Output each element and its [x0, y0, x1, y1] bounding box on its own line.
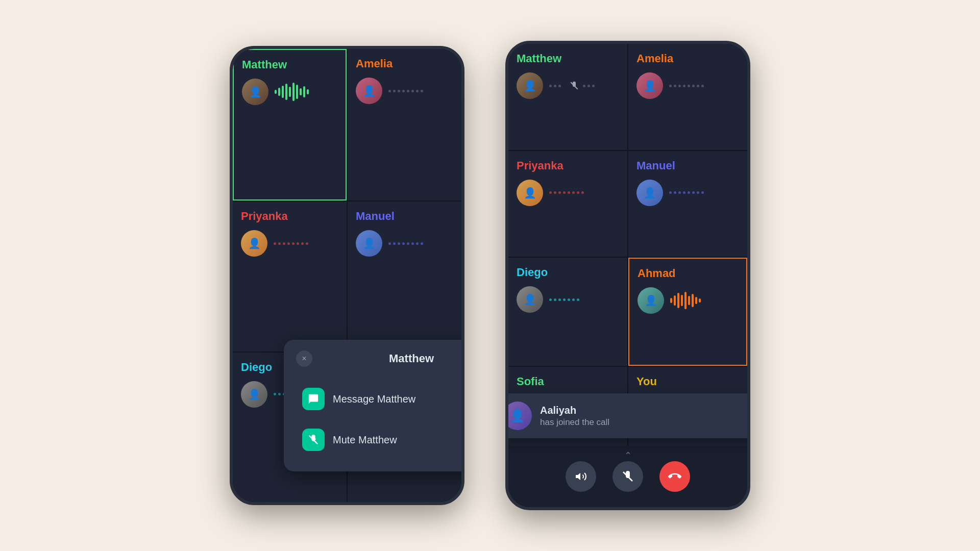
waveform-matthew [275, 83, 337, 101]
dots-matthew-right [549, 81, 619, 90]
speaker-button[interactable] [566, 461, 596, 492]
avatar-priyanka-right: 👤 [517, 180, 543, 206]
participant-priyanka-right[interactable]: Priyanka 👤 [508, 151, 627, 257]
participant-bottom-ahmad-right: 👤 [638, 287, 738, 314]
chevron-up-icon[interactable]: ⌃ [624, 450, 632, 461]
participant-bottom-amelia-right: 👤 [636, 72, 739, 99]
participant-bottom-priyanka: 👤 [241, 230, 338, 257]
mute-button[interactable] [612, 461, 643, 492]
participant-matthew-left[interactable]: Matthew 👤 [233, 49, 347, 201]
avatar-manuel-left: 👤 [356, 230, 382, 257]
message-label: Message Matthew [333, 393, 415, 405]
avatar-diego-right: 👤 [517, 286, 543, 313]
right-phone: Matthew 👤 Amelia 👤 [505, 41, 750, 510]
participant-manuel-left[interactable]: Manuel 👤 [348, 202, 461, 351]
dots-manuel-right [669, 191, 739, 194]
message-icon [302, 388, 325, 410]
participant-priyanka-left[interactable]: Priyanka 👤 [233, 202, 347, 351]
dots-amelia [388, 90, 453, 92]
context-menu-header: × Matthew [296, 352, 464, 365]
svg-marker-2 [576, 473, 580, 480]
participant-name-amelia-right: Amelia [636, 52, 739, 65]
participant-bottom-priyanka-right: 👤 [517, 180, 619, 206]
close-button[interactable]: × [296, 350, 312, 367]
participant-name-sofia-right: Sofia [517, 375, 619, 388]
avatar-diego-left: 👤 [241, 381, 267, 408]
participant-diego-right[interactable]: Diego 👤 [508, 258, 627, 366]
participant-name-priyanka-left: Priyanka [241, 210, 338, 223]
toast-avatar: 👤 [505, 402, 532, 430]
avatar-priyanka-left: 👤 [241, 230, 267, 257]
participant-name-manuel-right: Manuel [636, 159, 739, 172]
toast-text-container: Aaliyah has joined the call [540, 405, 609, 428]
participant-bottom-manuel: 👤 [356, 230, 453, 257]
participant-name-amelia-left: Amelia [356, 57, 453, 70]
dots-diego-right [549, 298, 619, 301]
dots-amelia-right [669, 85, 739, 87]
participant-name-priyanka-right: Priyanka [517, 159, 619, 172]
participant-bottom-matthew: 👤 [242, 79, 337, 105]
participant-name-matthew-left: Matthew [242, 58, 337, 71]
participant-manuel-right[interactable]: Manuel 👤 [628, 151, 747, 257]
toast-message: has joined the call [540, 417, 609, 428]
notification-toast: 👤 Aaliyah has joined the call [505, 393, 750, 438]
menu-item-mute[interactable]: Mute Matthew [296, 420, 464, 459]
dots-priyanka [274, 242, 338, 245]
toast-name: Aaliyah [540, 405, 609, 416]
left-phone: Matthew 👤 Amelia [230, 46, 464, 505]
menu-item-message[interactable]: Message Matthew [296, 380, 464, 418]
avatar-manuel-right: 👤 [636, 180, 663, 206]
context-menu: × Matthew Message Matthew Mute Matthew [284, 340, 464, 471]
participant-name-matthew-right: Matthew [517, 52, 619, 65]
participant-bottom-amelia: 👤 [356, 78, 453, 104]
participant-matthew-right[interactable]: Matthew 👤 [508, 44, 627, 150]
participant-amelia-right[interactable]: Amelia 👤 [628, 44, 747, 150]
participant-name-diego-right: Diego [517, 266, 619, 279]
dots-manuel [388, 242, 453, 245]
participant-name-you-right: You [636, 375, 739, 388]
participant-bottom-matthew-right: 👤 [517, 72, 619, 99]
context-menu-title: Matthew [389, 352, 434, 365]
participant-name-manuel-left: Manuel [356, 210, 453, 223]
avatar-ahmad-right: 👤 [638, 287, 664, 314]
avatar-amelia-left: 👤 [356, 78, 382, 104]
mute-icon [302, 429, 325, 451]
avatar-amelia-right: 👤 [636, 72, 663, 99]
waveform-ahmad [670, 292, 738, 309]
mute-label: Mute Matthew [333, 434, 397, 446]
participant-ahmad-right[interactable]: Ahmad 👤 [628, 258, 747, 366]
participant-bottom-diego-right: 👤 [517, 286, 619, 313]
participant-name-ahmad-right: Ahmad [638, 267, 738, 280]
dots-priyanka-right [549, 191, 619, 194]
call-controls: ⌃ [508, 446, 747, 507]
end-call-button[interactable] [659, 461, 690, 492]
participants-grid-right: Matthew 👤 Amelia 👤 [508, 44, 747, 446]
avatar-matthew-left: 👤 [242, 79, 268, 105]
participant-amelia-left[interactable]: Amelia 👤 [348, 49, 461, 201]
avatar-matthew-right: 👤 [517, 72, 543, 99]
close-icon: × [302, 354, 306, 363]
participant-bottom-manuel-right: 👤 [636, 180, 739, 206]
